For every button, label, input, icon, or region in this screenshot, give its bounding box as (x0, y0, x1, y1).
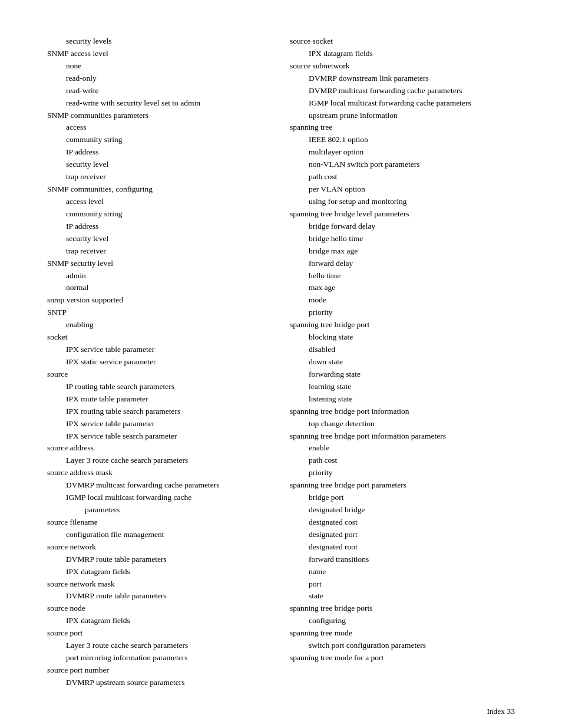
left-entry-43: DVMRP route table parameters (47, 554, 272, 566)
right-entry-52: spanning tree mode for a port (290, 652, 515, 664)
left-entry-29: IPX route table parameter (47, 393, 272, 406)
right-entry-8: upstream prune information (290, 110, 515, 122)
left-entry-23: enabling (47, 319, 272, 331)
left-entry-31: IPX service table parameter (47, 418, 272, 430)
left-entry-45: source network mask (47, 578, 272, 591)
left-entry-40: source filename (47, 516, 272, 529)
left-entry-39: parameters (47, 504, 272, 516)
right-entry-27: disabled (290, 344, 515, 356)
right-entry-14: per VLAN option (290, 183, 515, 196)
left-entry-16: security level (47, 233, 272, 245)
left-entry-47: source node (47, 602, 272, 615)
page-number: Index 33 (487, 707, 515, 716)
left-entry-53: DVMRP upstream source parameters (47, 677, 272, 689)
right-entry-1: IPX datagram fields (290, 48, 515, 60)
left-entry-10: security level (47, 159, 272, 171)
left-entry-8: community string (47, 134, 272, 146)
right-entry-31: listening state (290, 393, 515, 406)
right-entry-37: priority (290, 467, 515, 479)
right-entry-29: forwarding state (290, 368, 515, 381)
left-entry-51: port mirroring information parameters (47, 652, 272, 664)
left-entry-2: none (47, 60, 272, 73)
right-entry-13: path cost (290, 171, 515, 183)
right-entry-38: spanning tree bridge port parameters (290, 479, 515, 492)
right-entry-35: enable (290, 442, 515, 454)
right-entry-43: designated root (290, 541, 515, 554)
left-entry-5: read-write with security level set to ad… (47, 97, 272, 110)
left-entry-3: read-only (47, 73, 272, 85)
right-entry-4: DVMRP multicast forwarding cache paramet… (290, 85, 515, 97)
right-entry-51: switch port configuration parameters (290, 640, 515, 652)
left-entry-52: source port number (47, 664, 272, 677)
left-entry-35: source address mask (47, 467, 272, 479)
right-entry-15: using for setup and monitoring (290, 196, 515, 208)
right-entry-49: configuring (290, 615, 515, 627)
right-entry-36: path cost (290, 454, 515, 467)
left-entry-46: DVMRP route table parameters (47, 590, 272, 602)
left-entry-26: IPX static service parameter (47, 356, 272, 368)
right-entry-16: spanning tree bridge level parameters (290, 208, 515, 220)
right-entry-45: name (290, 566, 515, 578)
left-entry-19: admin (47, 270, 272, 282)
left-entry-34: Layer 3 route cache search parameters (47, 454, 272, 467)
left-entry-13: access level (47, 196, 272, 208)
right-entry-18: bridge hello time (290, 233, 515, 245)
left-entry-38: IGMP local multicast forwarding cache (47, 492, 272, 504)
right-entry-28: down state (290, 356, 515, 368)
left-entry-4: read-write (47, 85, 272, 97)
left-entry-17: trap receiver (47, 245, 272, 258)
right-entry-19: bridge max age (290, 245, 515, 258)
left-entry-6: SNMP communities parameters (47, 110, 272, 122)
right-entry-48: spanning tree bridge ports (290, 602, 515, 615)
page: security levelsSNMP access levelnoneread… (0, 0, 562, 728)
right-entry-12: non-VLAN switch port parameters (290, 159, 515, 171)
left-entry-48: IPX datagram fields (47, 615, 272, 627)
left-entry-50: Layer 3 route cache search parameters (47, 640, 272, 652)
left-entry-28: IP routing table search parameters (47, 381, 272, 393)
left-entry-30: IPX routing table search parameters (47, 406, 272, 418)
right-entry-34: spanning tree bridge port information pa… (290, 430, 515, 443)
footer: Index 33 (47, 689, 515, 716)
right-entry-22: max age (290, 282, 515, 294)
left-entry-20: normal (47, 282, 272, 294)
right-column: source socketIPX datagram fieldssource s… (284, 35, 515, 689)
right-entry-40: designated bridge (290, 504, 515, 516)
right-entry-26: blocking state (290, 331, 515, 344)
left-entry-18: SNMP security level (47, 258, 272, 270)
right-entry-25: spanning tree bridge port (290, 319, 515, 331)
left-entry-21: snmp version supported (47, 294, 272, 307)
left-column: security levelsSNMP access levelnoneread… (47, 35, 284, 689)
right-entry-0: source socket (290, 35, 515, 48)
right-entry-23: mode (290, 294, 515, 307)
left-entry-11: trap receiver (47, 171, 272, 183)
left-entry-32: IPX service table search parameter (47, 430, 272, 443)
right-entry-32: spanning tree bridge port information (290, 406, 515, 418)
left-entry-15: IP address (47, 220, 272, 233)
right-entry-42: designated port (290, 529, 515, 541)
right-entry-2: source subnetwork (290, 60, 515, 73)
left-entry-42: source network (47, 541, 272, 554)
right-entry-44: forward transitions (290, 554, 515, 566)
right-entry-33: top change detection (290, 418, 515, 430)
right-entry-50: spanning tree mode (290, 627, 515, 640)
left-entry-7: access (47, 121, 272, 134)
right-entry-17: bridge forward delay (290, 220, 515, 233)
left-entry-12: SNMP communities, configuring (47, 183, 272, 196)
left-entry-1: SNMP access level (47, 48, 272, 60)
right-entry-30: learning state (290, 381, 515, 393)
left-entry-22: SNTP (47, 307, 272, 319)
left-entry-14: community string (47, 208, 272, 220)
left-entry-36: DVMRP multicast forwarding cache paramet… (47, 479, 272, 492)
right-entry-41: designated cost (290, 516, 515, 529)
right-entry-46: port (290, 578, 515, 591)
right-entry-39: bridge port (290, 492, 515, 504)
left-entry-24: socket (47, 331, 272, 344)
right-entry-9: spanning tree (290, 121, 515, 134)
left-entry-0: security levels (47, 35, 272, 48)
left-entry-49: source port (47, 627, 272, 640)
left-entry-41: configuration file management (47, 529, 272, 541)
right-entry-20: forward delay (290, 258, 515, 270)
right-entry-10: IEEE 802.1 option (290, 134, 515, 146)
right-entry-6: IGMP local multicast forwarding cache pa… (290, 97, 515, 110)
left-entry-33: source address (47, 442, 272, 454)
